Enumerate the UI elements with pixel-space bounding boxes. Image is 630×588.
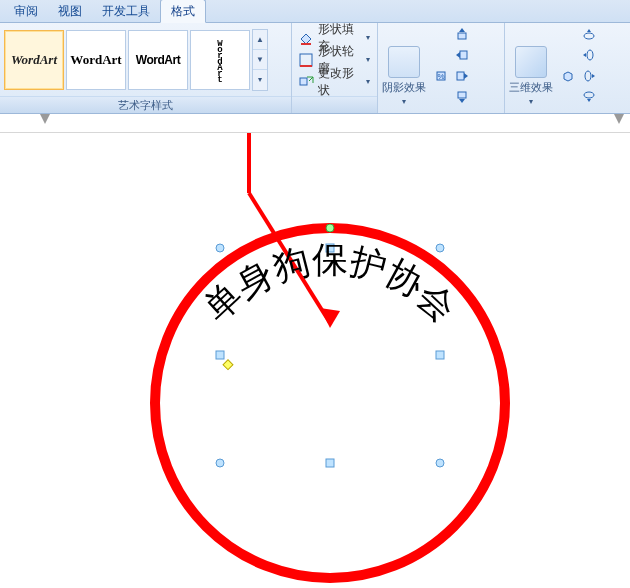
three-d-icon [515,46,547,78]
dropdown-icon[interactable]: ▾ [364,55,371,64]
svg-point-10 [584,33,594,39]
svg-point-20 [436,459,444,467]
three-d-effects-button[interactable]: 三维效果 ▾ [509,45,553,107]
wordart-gallery-more[interactable]: ▲ ▼ ▾ [252,29,268,91]
svg-marker-16 [320,308,340,328]
svg-rect-22 [326,459,334,467]
svg-rect-4 [458,33,466,39]
tilt-up-icon[interactable] [580,25,598,43]
svg-rect-2 [300,65,312,67]
nudge-right-icon[interactable] [453,67,471,85]
change-shape-button[interactable]: 更改形状 ▾ [298,72,372,92]
group-wordart-styles: WordArt WordArt WordArt WordArt ▲ ▼ ▾ 艺术… [0,23,292,113]
wordart-gallery: WordArt WordArt WordArt WordArt [4,30,250,90]
paint-bucket-icon [298,30,314,46]
svg-point-11 [587,50,593,60]
shadow-icon [388,46,420,78]
shadow-button-label: 阴影效果 [382,80,426,95]
ribbon-tabs: 审阅 视图 开发工具 格式 [0,0,630,23]
ribbon-body: WordArt WordArt WordArt WordArt ▲ ▼ ▾ 艺术… [0,23,630,114]
svg-rect-1 [300,54,312,66]
dropdown-icon[interactable]: ▾ [364,77,371,86]
ruler-indent-left-icon[interactable] [40,114,50,124]
tilt-left-icon[interactable] [580,46,598,64]
tab-format[interactable]: 格式 [160,0,206,23]
svg-rect-9 [458,92,466,98]
group-3d: 三维效果 ▾ 三维效果 [505,23,630,113]
nudge-up-icon[interactable] [453,25,471,43]
pen-outline-icon [298,52,314,68]
svg-rect-3 [300,78,307,85]
shadow-nudge-grid: % [432,25,471,127]
wordart-style-1[interactable]: WordArt [4,30,64,90]
three-d-button-label: 三维效果 [509,80,553,95]
svg-point-18 [436,244,444,252]
svg-rect-0 [301,43,311,45]
dropdown-icon[interactable]: ▾ [527,97,535,106]
three-d-toggle-icon[interactable] [559,67,577,85]
wordart-style-3[interactable]: WordArt [128,30,188,90]
svg-point-13 [584,92,594,98]
change-shape-icon [298,74,314,90]
group-shape-format: 形状填充 ▾ 形状轮廓 ▾ 更改形状 ▾ [292,23,379,113]
svg-rect-23 [216,351,224,359]
tab-review[interactable]: 审阅 [4,0,48,22]
group-shadow: 阴影效果 ▾ % 阴影效果 [378,23,504,113]
dropdown-icon[interactable]: ▾ [400,97,408,106]
ruler[interactable] [0,114,630,133]
tilt-right-icon[interactable] [580,67,598,85]
svg-rect-8 [457,72,464,80]
three-d-tilt-grid [559,25,598,127]
nudge-down-icon[interactable] [453,88,471,106]
svg-text:%: % [438,72,445,81]
wordart-style-2[interactable]: WordArt [66,30,126,90]
change-shape-label: 更改形状 [318,65,361,99]
group-label-empty1 [292,96,378,113]
document-canvas[interactable]: 单身狗保护协会 [0,133,630,588]
tab-view[interactable]: 视图 [48,0,92,22]
shadow-effects-button[interactable]: 阴影效果 ▾ [382,45,426,107]
svg-rect-5 [460,51,467,59]
seal-circle[interactable] [155,228,505,578]
nudge-left-icon[interactable] [453,46,471,64]
tab-devtools[interactable]: 开发工具 [92,0,160,22]
group-label-wordart: 艺术字样式 [0,96,291,113]
chevron-up-icon[interactable]: ▲ [253,30,267,50]
shadow-toggle-icon[interactable]: % [432,67,450,85]
rotation-handle-icon[interactable] [326,224,334,232]
svg-rect-24 [436,351,444,359]
wordart-style-4[interactable]: WordArt [190,30,250,90]
svg-point-19 [216,459,224,467]
tilt-down-icon[interactable] [580,88,598,106]
svg-point-17 [216,244,224,252]
adjust-handle-icon[interactable] [223,360,233,370]
ruler-indent-right-icon[interactable] [614,114,624,124]
svg-point-12 [585,71,591,81]
gallery-expand-icon[interactable]: ▾ [253,70,267,89]
canvas-svg: 单身狗保护协会 [0,133,630,588]
dropdown-icon[interactable]: ▾ [364,33,371,42]
chevron-down-icon[interactable]: ▼ [253,50,267,70]
